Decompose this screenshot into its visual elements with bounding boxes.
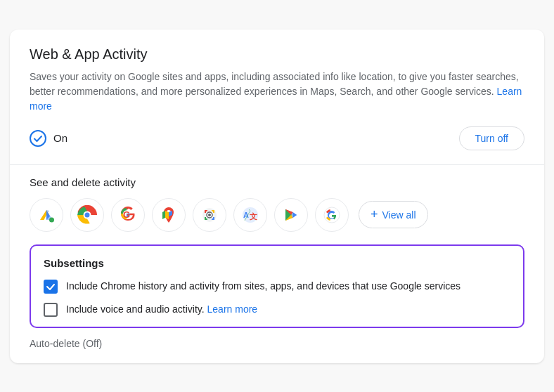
app-icons-row: G — [30, 198, 524, 232]
subsettings-title: Subsettings — [44, 257, 510, 269]
chrome-app-icon[interactable] — [70, 198, 104, 232]
page-title: Web & App Activity — [30, 46, 524, 63]
svg-point-9 — [208, 214, 211, 216]
view-all-button[interactable]: + View all — [359, 201, 428, 228]
google-g-app-icon[interactable] — [315, 198, 349, 232]
turn-off-button[interactable]: Turn off — [459, 126, 524, 150]
chrome-history-checkbox[interactable] — [44, 280, 58, 294]
checkbox-check-icon — [46, 282, 56, 292]
maps-app-icon[interactable] — [152, 198, 186, 232]
svg-text:文: 文 — [250, 212, 257, 221]
voice-audio-checkbox[interactable] — [44, 303, 58, 317]
lens-app-icon[interactable] — [193, 198, 226, 232]
voice-audio-learn-more-link[interactable]: Learn more — [207, 303, 258, 315]
chrome-history-label: Include Chrome history and activity from… — [66, 279, 460, 294]
status-row: On Turn off — [30, 126, 524, 150]
subsettings-box: Subsettings Include Chrome history and a… — [30, 244, 524, 328]
chrome-history-checkbox-row: Include Chrome history and activity from… — [44, 279, 510, 294]
voice-audio-checkbox-row: Include voice and audio activity. Learn … — [44, 302, 510, 317]
svg-text:G: G — [123, 209, 130, 220]
status-text: On — [53, 132, 67, 144]
on-status-icon — [30, 130, 46, 147]
status-left: On — [30, 130, 67, 147]
description-text: Saves your activity on Google sites and … — [30, 70, 524, 114]
translate-app-icon[interactable]: A 文 — [233, 198, 267, 232]
view-all-label: View all — [382, 209, 416, 221]
svg-point-0 — [30, 131, 46, 146]
play-app-icon[interactable] — [274, 198, 308, 232]
google-ads-app-icon[interactable] — [30, 198, 63, 232]
voice-audio-label: Include voice and audio activity. Learn … — [66, 302, 257, 317]
activity-section-title: See and delete activity — [30, 176, 524, 188]
web-app-activity-card: Web & App Activity Saves your activity o… — [10, 30, 544, 363]
google-search-app-icon[interactable]: G — [111, 198, 145, 232]
view-all-plus-icon: + — [371, 207, 378, 222]
svg-point-4 — [85, 212, 90, 217]
auto-delete-hint: Auto-delete (Off) — [30, 338, 524, 349]
divider — [10, 164, 544, 165]
svg-point-1 — [49, 217, 54, 222]
